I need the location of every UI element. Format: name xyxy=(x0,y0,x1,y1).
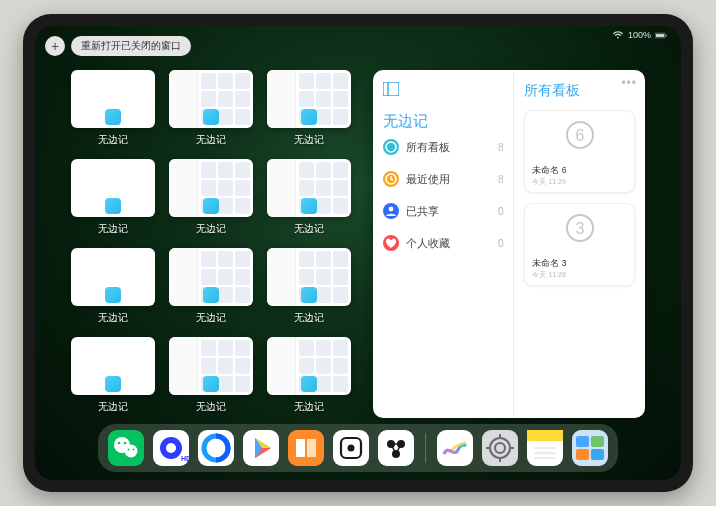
thumb-preview xyxy=(267,70,351,128)
window-grid: 无边记无边记无边记无边记无边记无边记无边记无边记无边记无边记无边记无边记 xyxy=(71,70,351,418)
sidebar-item-count: 8 xyxy=(498,174,504,185)
sidebar-item-label: 个人收藏 xyxy=(406,236,491,251)
window-thumb[interactable]: 无边记 xyxy=(169,159,253,236)
battery-icon xyxy=(655,31,667,40)
svg-rect-1 xyxy=(656,34,664,37)
thumb-label: 无边记 xyxy=(294,400,324,414)
svg-text:HD: HD xyxy=(181,455,189,462)
thumb-label: 无边记 xyxy=(98,222,128,236)
sidebar-item-count: 8 xyxy=(498,142,504,153)
svg-rect-27 xyxy=(296,439,305,457)
notes-icon[interactable] xyxy=(527,430,563,466)
window-thumb[interactable]: 无边记 xyxy=(71,159,155,236)
svg-rect-28 xyxy=(307,439,316,457)
stage-manager: 无边记无边记无边记无边记无边记无边记无边记无边记无边记无边记无边记无边记 •••… xyxy=(71,70,645,418)
panel-sidebar: 无边记 所有看板8最近使用8已共享0个人收藏0 xyxy=(373,70,514,418)
svg-point-7 xyxy=(389,207,394,212)
sidebar-item[interactable]: 个人收藏0 xyxy=(383,235,503,251)
window-thumb[interactable]: 无边记 xyxy=(169,70,253,147)
window-thumb[interactable]: 无边记 xyxy=(267,337,351,414)
svg-point-17 xyxy=(128,449,130,451)
thumb-label: 无边记 xyxy=(196,400,226,414)
play-icon[interactable] xyxy=(243,430,279,466)
dice-icon[interactable] xyxy=(333,430,369,466)
dock-separator xyxy=(425,433,426,463)
thumb-preview xyxy=(267,248,351,306)
window-thumb[interactable]: 无边记 xyxy=(169,248,253,325)
wifi-icon xyxy=(612,31,624,40)
svg-rect-54 xyxy=(591,436,604,447)
atoms-icon[interactable] xyxy=(378,430,414,466)
window-thumb[interactable]: 无边记 xyxy=(71,337,155,414)
board-card[interactable]: 3未命名 3今天 11:28 xyxy=(524,203,635,286)
board-sketch-icon: 3 xyxy=(550,208,610,252)
thumb-label: 无边记 xyxy=(98,133,128,147)
sidebar-item-label: 最近使用 xyxy=(406,172,491,187)
thumb-preview xyxy=(267,159,351,217)
thumb-preview xyxy=(169,248,253,306)
svg-rect-3 xyxy=(383,82,399,96)
board-name: 未命名 3 xyxy=(532,258,627,270)
board-card[interactable]: 6未命名 6今天 11:29 xyxy=(524,110,635,193)
svg-rect-48 xyxy=(527,430,563,441)
reopen-closed-button[interactable]: 重新打开已关闭的窗口 xyxy=(71,36,191,56)
svg-point-15 xyxy=(118,442,121,445)
svg-point-5 xyxy=(386,142,396,152)
qqbrowser-icon[interactable] xyxy=(198,430,234,466)
sidebar-item-count: 0 xyxy=(498,238,504,249)
thumb-label: 无边记 xyxy=(294,222,324,236)
panel-more-icon[interactable]: ••• xyxy=(621,76,637,90)
window-thumb[interactable]: 无边记 xyxy=(169,337,253,414)
thumb-label: 无边记 xyxy=(196,133,226,147)
panel-title: 无边记 xyxy=(383,112,503,131)
window-thumb[interactable]: 无边记 xyxy=(267,159,351,236)
ipad-frame: 100% + 重新打开已关闭的窗口 无边记无边记无边记无边记无边记无边记无边记无… xyxy=(23,14,693,492)
freeform-icon[interactable] xyxy=(437,430,473,466)
svg-rect-53 xyxy=(576,436,589,447)
window-thumb[interactable]: 无边记 xyxy=(267,248,351,325)
window-thumb[interactable]: 无边记 xyxy=(71,70,155,147)
sidebar-item[interactable]: 已共享0 xyxy=(383,203,503,219)
panel-right-title: 所有看板 xyxy=(524,82,635,100)
svg-point-16 xyxy=(124,442,127,445)
top-toolbar: + 重新打开已关闭的窗口 xyxy=(45,36,191,56)
thumb-preview xyxy=(71,70,155,128)
sidebar-toggle-icon[interactable] xyxy=(383,82,399,100)
screen: 100% + 重新打开已关闭的窗口 无边记无边记无边记无边记无边记无边记无边记无… xyxy=(35,26,681,480)
svg-point-14 xyxy=(125,445,138,458)
sidebar-item-count: 0 xyxy=(498,206,504,217)
sidebar-item[interactable]: 所有看板8 xyxy=(383,139,503,155)
window-thumb[interactable]: 无边记 xyxy=(71,248,155,325)
folder-icon[interactable] xyxy=(572,430,608,466)
thumb-label: 无边记 xyxy=(196,222,226,236)
board-date: 今天 11:28 xyxy=(532,270,627,280)
svg-rect-2 xyxy=(666,34,667,36)
svg-rect-26 xyxy=(288,430,324,466)
thumb-label: 无边记 xyxy=(294,311,324,325)
person-icon xyxy=(383,203,399,219)
quark-icon[interactable]: HD xyxy=(153,430,189,466)
svg-point-21 xyxy=(166,443,176,453)
board-sketch-icon: 6 xyxy=(550,115,610,159)
board-date: 今天 11:29 xyxy=(532,177,627,187)
svg-text:3: 3 xyxy=(575,220,584,237)
thumb-preview xyxy=(169,159,253,217)
sidebar-item-label: 已共享 xyxy=(406,204,491,219)
new-window-button[interactable]: + xyxy=(45,36,65,56)
window-thumb[interactable]: 无边记 xyxy=(267,70,351,147)
wechat-icon[interactable] xyxy=(108,430,144,466)
svg-point-18 xyxy=(133,449,135,451)
svg-point-31 xyxy=(348,445,355,452)
thumb-label: 无边记 xyxy=(98,311,128,325)
thumb-preview xyxy=(71,159,155,217)
settings-icon[interactable] xyxy=(482,430,518,466)
thumb-preview xyxy=(169,337,253,395)
freeform-panel[interactable]: ••• 无边记 所有看板8最近使用8已共享0个人收藏0 所有看板 6未命名 6今… xyxy=(373,70,645,418)
thumb-preview xyxy=(71,337,155,395)
status-bar: 100% xyxy=(612,30,667,40)
svg-rect-56 xyxy=(591,449,604,460)
sidebar-item[interactable]: 最近使用8 xyxy=(383,171,503,187)
books-icon[interactable] xyxy=(288,430,324,466)
thumb-label: 无边记 xyxy=(98,400,128,414)
thumb-preview xyxy=(267,337,351,395)
